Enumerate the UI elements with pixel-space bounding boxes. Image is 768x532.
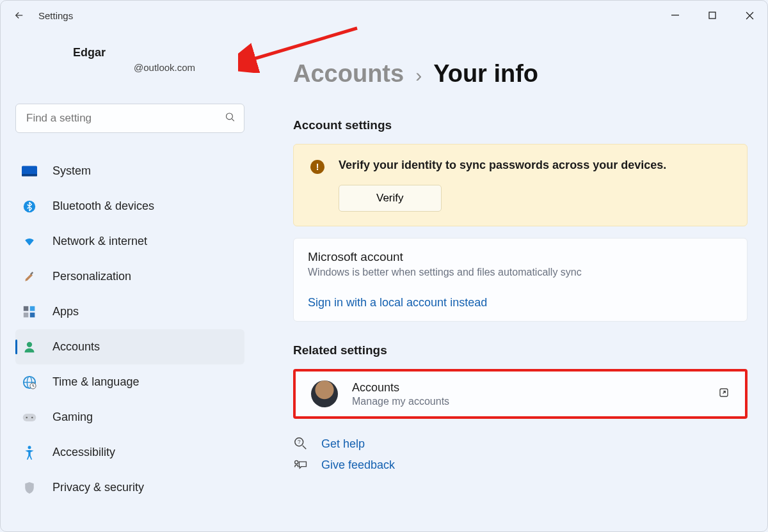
accessibility-icon (22, 445, 37, 460)
arrow-left-icon (13, 10, 25, 21)
related-card-subtitle: Manage my accounts (352, 396, 704, 407)
breadcrumb-current: Your info (433, 60, 538, 88)
title-bar: Settings (0, 0, 768, 31)
related-card-title: Accounts (352, 381, 704, 395)
back-button[interactable] (5, 1, 33, 29)
content: Accounts › Your info Account settings ! … (256, 31, 768, 532)
sidebar-item-system[interactable]: System (15, 153, 244, 189)
sidebar-item-time-language[interactable]: Time & language (15, 364, 244, 400)
monitor-icon (22, 164, 37, 179)
sidebar-item-accounts[interactable]: Accounts (15, 329, 244, 364)
wifi-icon (22, 234, 37, 249)
window-controls (657, 0, 768, 31)
section-heading-account-settings: Account settings (293, 118, 748, 132)
apps-icon (22, 304, 37, 320)
paintbrush-icon (22, 269, 37, 285)
person-icon (22, 340, 37, 355)
profile-email: @outlook.com (134, 62, 244, 73)
app-title: Settings (38, 10, 73, 21)
globe-clock-icon (22, 375, 37, 390)
nav-list: System Bluetooth & devices Network & int… (15, 153, 244, 505)
section-heading-related-settings: Related settings (293, 343, 748, 357)
sidebar-item-label: Apps (52, 305, 79, 318)
verify-button[interactable]: Verify (339, 185, 442, 212)
svg-point-16 (26, 416, 28, 418)
chevron-right-icon: › (415, 65, 422, 86)
sidebar-item-apps[interactable]: Apps (15, 294, 244, 329)
warning-icon: ! (310, 160, 324, 174)
verify-identity-card: ! Verify your identity to sync passwords… (293, 144, 748, 226)
sidebar-item-gaming[interactable]: Gaming (15, 400, 244, 435)
feedback-icon (293, 459, 308, 472)
sidebar-item-network[interactable]: Network & internet (15, 224, 244, 259)
sidebar-item-personalization[interactable]: Personalization (15, 259, 244, 294)
sidebar-item-label: Network & internet (52, 235, 147, 248)
svg-text:?: ? (298, 439, 301, 445)
sidebar-item-label: Accessibility (52, 446, 115, 459)
sidebar-item-label: Accounts (52, 340, 100, 354)
bluetooth-icon (22, 199, 37, 214)
svg-rect-7 (24, 306, 29, 311)
give-feedback-link[interactable]: Give feedback (293, 458, 748, 472)
sidebar-item-label: Time & language (52, 375, 139, 389)
sidebar-item-label: Personalization (52, 270, 131, 283)
close-icon (746, 12, 754, 20)
svg-rect-4 (22, 174, 37, 176)
help-links: ? Get help Give feedback (293, 437, 748, 472)
microsoft-account-subtitle: Windows is better when settings and file… (308, 267, 733, 278)
sidebar-item-label: Gaming (52, 411, 93, 424)
minimize-button[interactable] (657, 0, 694, 31)
svg-point-18 (28, 446, 31, 449)
avatar (311, 380, 338, 407)
svg-point-17 (31, 416, 33, 418)
svg-point-22 (295, 460, 298, 464)
maximize-icon (708, 12, 716, 19)
local-account-link[interactable]: Sign in with a local account instead (308, 296, 487, 309)
svg-point-2 (226, 113, 232, 120)
sidebar-item-accessibility[interactable]: Accessibility (15, 435, 244, 470)
search-wrap (15, 104, 244, 133)
svg-rect-10 (30, 312, 35, 317)
svg-rect-15 (23, 414, 36, 421)
microsoft-account-card: Microsoft account Windows is better when… (293, 238, 748, 322)
sidebar-item-label: System (52, 164, 91, 178)
gamepad-icon (22, 410, 37, 425)
close-button[interactable] (731, 0, 768, 31)
open-external-icon (718, 387, 730, 401)
sidebar-item-privacy[interactable]: Privacy & security (15, 470, 244, 505)
feedback-link-label: Give feedback (321, 458, 395, 472)
help-link-label: Get help (321, 437, 365, 451)
get-help-link[interactable]: ? Get help (293, 437, 748, 451)
search-icon (225, 112, 236, 125)
search-input[interactable] (15, 104, 244, 133)
sidebar-item-label: Bluetooth & devices (52, 199, 154, 213)
breadcrumb: Accounts › Your info (293, 60, 748, 88)
help-icon: ? (293, 437, 308, 451)
warning-text: Verify your identity to sync passwords a… (339, 159, 730, 172)
related-accounts-card[interactable]: Accounts Manage my accounts (293, 369, 748, 419)
sidebar-item-bluetooth[interactable]: Bluetooth & devices (15, 189, 244, 224)
svg-point-11 (27, 341, 32, 347)
title-bar-left: Settings (5, 1, 73, 29)
breadcrumb-parent[interactable]: Accounts (293, 60, 404, 88)
svg-rect-1 (709, 12, 716, 19)
sidebar-item-label: Privacy & security (52, 481, 144, 494)
svg-rect-0 (671, 15, 679, 15)
shield-icon (22, 480, 37, 496)
minimize-icon (671, 12, 679, 19)
svg-rect-9 (24, 312, 29, 317)
sidebar: Edgar @outlook.com System Bluetooth & de… (0, 31, 256, 532)
profile-name: Edgar (73, 46, 244, 59)
microsoft-account-title: Microsoft account (308, 250, 733, 264)
svg-rect-8 (30, 306, 35, 311)
maximize-button[interactable] (694, 0, 731, 31)
